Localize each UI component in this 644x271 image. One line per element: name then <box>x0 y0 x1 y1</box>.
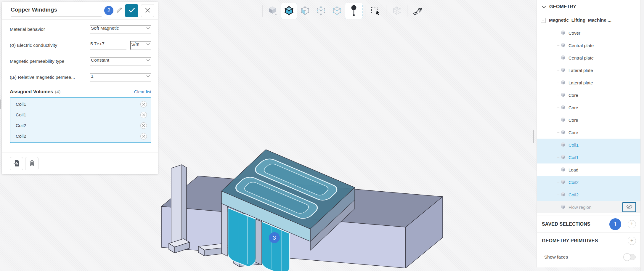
select-edge-cube-icon <box>317 6 325 16</box>
tree-item-label: Cover <box>568 31 580 36</box>
chevron-down-icon <box>146 57 150 63</box>
chevron-down-icon <box>146 25 150 31</box>
3d-viewport-model[interactable] <box>154 139 450 271</box>
remove-volume-button[interactable] <box>140 101 147 108</box>
tree-connector <box>543 11 543 15</box>
select-edge-button[interactable] <box>313 3 329 19</box>
show-faces-toggle[interactable] <box>624 254 636 260</box>
measure-tape-icon <box>413 6 423 16</box>
geometry-primitives-section[interactable]: GEOMETRY PRIMITIVES + <box>537 232 640 249</box>
tree-item-core[interactable]: Core <box>537 114 640 126</box>
assign-document-icon <box>13 160 20 168</box>
tree-item-label: Core <box>568 105 578 110</box>
tree-item-core[interactable]: Core <box>537 89 640 101</box>
electric-conductivity-input[interactable]: 5.7e+7 <box>90 41 126 50</box>
close-panel-button[interactable] <box>141 4 154 17</box>
assigned-volumes-title: Assigned Volumes <box>10 89 53 94</box>
tree-item-lateral-plate[interactable]: Lateral plate <box>537 76 640 89</box>
chevron-down-icon <box>146 73 150 79</box>
cube-icon <box>561 179 566 185</box>
window-scrollbar[interactable] <box>640 0 644 271</box>
geometry-section-header[interactable]: GEOMETRY <box>537 0 640 14</box>
panel-title[interactable]: Copper Windings <box>11 5 102 17</box>
edit-name-button[interactable] <box>116 7 122 14</box>
select-volume-button[interactable] <box>281 3 297 19</box>
cube-icon <box>561 142 566 148</box>
assigned-volumes-count: (4) <box>55 89 134 94</box>
list-item[interactable]: Coil2 <box>10 120 151 131</box>
measure-button[interactable] <box>410 3 426 19</box>
tree-item-load[interactable]: Load <box>537 163 640 176</box>
tree-item-label: Central plate <box>568 43 594 48</box>
tree-item-coil1[interactable]: Coil1 <box>537 151 640 163</box>
tree-item-coil2[interactable]: Coil2 <box>537 176 640 188</box>
remove-volume-button[interactable] <box>140 112 147 118</box>
cube-icon <box>561 129 566 136</box>
relative-permeability-select[interactable]: 1 <box>90 73 151 82</box>
tree-item-flow-region[interactable]: Flow region <box>537 201 640 213</box>
cube-icon <box>561 204 566 210</box>
lateral-plate-front <box>171 165 182 245</box>
list-item[interactable]: Coil1 <box>10 110 151 120</box>
select-vertex-button[interactable] <box>329 3 345 19</box>
geometry-section-title: GEOMETRY <box>549 4 576 9</box>
add-saved-selection-button[interactable]: + <box>628 220 636 228</box>
tree-item-lateral-plate[interactable]: Lateral plate <box>537 64 640 76</box>
volume-name: Coil2 <box>16 134 26 139</box>
saved-selections-section[interactable]: SAVED SELECTIONS + <box>537 216 640 232</box>
unit-value: S/m <box>131 41 146 47</box>
tree-item-central-plate[interactable]: Central plate <box>537 52 640 64</box>
cube-icon <box>561 92 566 98</box>
property-rows: Material behavior Soft Magnetic (σ) Elec… <box>2 20 158 85</box>
toggle-knob <box>623 253 631 261</box>
collapse-expander-icon[interactable]: − <box>541 18 546 23</box>
eye-off-icon <box>626 204 632 210</box>
lateral-plate-side <box>182 165 187 245</box>
delete-button[interactable] <box>25 157 38 170</box>
add-geometry-primitive-button[interactable]: + <box>628 237 636 245</box>
tree-item-coil1[interactable]: Coil1 <box>537 139 640 151</box>
list-item[interactable]: Coil2 <box>10 131 151 142</box>
tree-item-label: Coil2 <box>568 192 579 197</box>
box-select-button[interactable] <box>368 3 384 19</box>
geometry-tree: Cover Central plate Central plate Latera… <box>537 27 640 213</box>
probe-point-button[interactable] <box>345 3 363 19</box>
conductivity-unit-select[interactable]: S/m <box>130 41 151 50</box>
toolbar-separator <box>386 5 386 17</box>
permeability-type-select[interactable]: Constant <box>90 57 151 66</box>
select-volume-cube-icon <box>284 6 294 16</box>
viewport-toolbar <box>260 1 426 21</box>
tree-item-central-plate[interactable]: Central plate <box>537 39 640 52</box>
cube-icon <box>561 105 566 111</box>
list-item[interactable]: Coil1 <box>10 99 151 110</box>
import-selection-button[interactable] <box>10 157 23 170</box>
tree-root-row[interactable]: − Magnetic_Lifting_Machine ... <box>537 14 640 27</box>
cube-icon <box>561 167 566 173</box>
tree-item-coil2[interactable]: Coil2 <box>537 188 640 201</box>
tree-item-core[interactable]: Core <box>537 126 640 139</box>
visibility-toggle-button[interactable] <box>622 202 636 212</box>
volume-name: Coil1 <box>16 102 26 107</box>
tree-item-label: Lateral plate <box>568 68 593 73</box>
remove-volume-button[interactable] <box>140 133 147 139</box>
geometry-primitives-title: GEOMETRY PRIMITIVES <box>542 238 628 243</box>
mesh-select-button[interactable] <box>389 3 405 19</box>
material-behavior-select[interactable]: Soft Magnetic <box>90 25 151 34</box>
confirm-button[interactable] <box>125 4 138 17</box>
tree-root-label: Magnetic_Lifting_Machine ... <box>549 17 611 23</box>
assigned-volumes-header: Assigned Volumes (4) Clear list <box>2 85 158 97</box>
tree-item-cover[interactable]: Cover <box>537 27 640 39</box>
assigned-volumes-list[interactable]: Coil1 Coil1 Coil2 Coil2 <box>10 97 151 143</box>
tutorial-step-badge-1: 1 <box>609 218 621 230</box>
material-properties-panel: Copper Windings 2 Material behavior <box>2 2 158 174</box>
right-splitter-handle[interactable] <box>533 130 535 143</box>
clear-list-link[interactable]: Clear list <box>134 89 151 94</box>
toolbar-separator <box>365 5 365 17</box>
probe-point-icon <box>350 5 358 17</box>
select-solid-button[interactable] <box>265 3 281 19</box>
field-material-behavior: Material behavior Soft Magnetic <box>2 21 158 37</box>
tree-item-core[interactable]: Core <box>537 101 640 114</box>
remove-volume-button[interactable] <box>140 122 147 129</box>
show-faces-label: Show faces <box>544 254 568 260</box>
select-face-button[interactable] <box>297 3 313 19</box>
